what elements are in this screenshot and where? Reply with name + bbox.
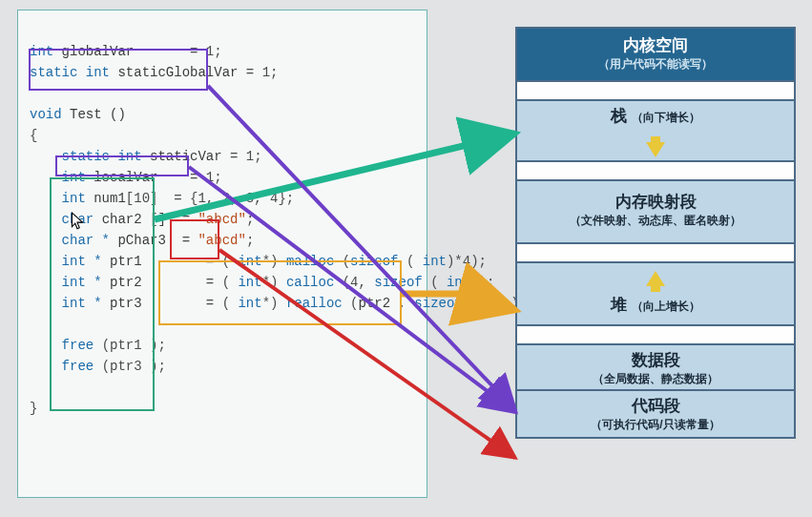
highlight-heap-alloc <box>158 260 402 325</box>
mem-data: 数据段 （全局数据、静态数据） <box>517 345 794 391</box>
mem-stack: 栈 （向下增长） <box>517 101 794 162</box>
mem-kernel: 内核空间 （用户代码不能读写） <box>517 29 794 82</box>
mem-gap <box>517 244 794 263</box>
code-blank <box>30 20 415 41</box>
mem-gap <box>517 326 794 345</box>
mem-heap: 堆 （向上增长） <box>517 263 794 326</box>
highlight-string-literals <box>170 219 219 259</box>
mem-gap <box>517 82 794 101</box>
highlight-stackvars <box>50 177 155 411</box>
mem-gap <box>517 162 794 181</box>
mem-code: 代码段 （可执行代码/只读常量） <box>517 391 794 437</box>
code-func-sig: void Test () <box>30 104 415 125</box>
arrow-down-icon <box>646 142 665 157</box>
highlight-globals <box>29 49 208 91</box>
memory-layout-panel: 内核空间 （用户代码不能读写） 栈 （向下增长） 内存映射段 （文件映射、动态库… <box>515 27 796 439</box>
mem-mmap: 内存映射段 （文件映射、动态库、匿名映射） <box>517 181 794 244</box>
mouse-cursor-icon <box>71 212 84 231</box>
highlight-staticvar <box>55 155 189 176</box>
code-brace-open: { <box>30 125 415 146</box>
arrow-up-icon <box>646 271 665 286</box>
